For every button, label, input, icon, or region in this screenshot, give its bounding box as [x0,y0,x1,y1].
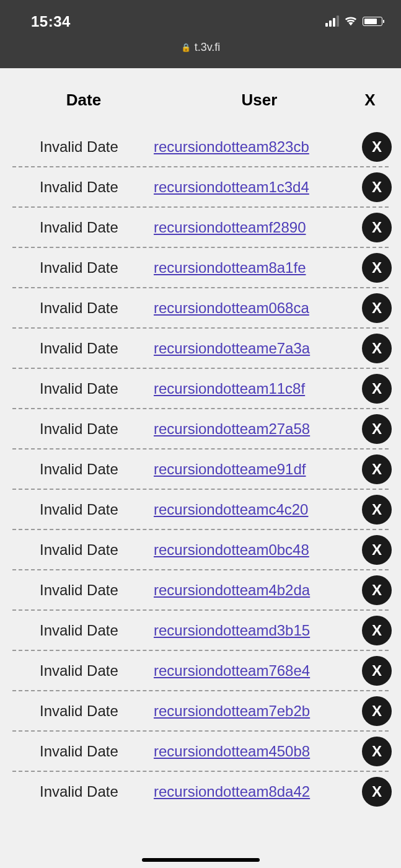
user-link[interactable]: recursiondotteam0bc48 [154,541,309,558]
user-link[interactable]: recursiondotteame7a3a [154,340,310,356]
cell-user: recursiondotteam8da42 [143,783,389,800]
table-row: Invalid Daterecursiondotteamf2890X [12,208,389,248]
url-text: t.3v.fi [195,41,221,54]
cell-date: Invalid Date [12,783,143,800]
cell-date: Invalid Date [12,501,143,518]
table-row: Invalid Daterecursiondotteamd3b15X [12,611,389,651]
cell-user: recursiondotteam823cb [143,138,389,156]
cell-date: Invalid Date [12,219,143,236]
status-bar-top: 15:34 [0,0,401,34]
cell-user: recursiondotteam0bc48 [143,541,389,559]
delete-button[interactable]: X [362,495,392,525]
home-indicator[interactable] [142,858,260,862]
delete-button[interactable]: X [362,374,392,404]
cell-date: Invalid Date [12,743,143,760]
delete-button[interactable]: X [362,172,392,202]
user-link[interactable]: recursiondotteam1c3d4 [154,179,309,195]
cell-date: Invalid Date [12,420,143,438]
cell-user: recursiondotteamf2890 [143,219,389,236]
delete-button[interactable]: X [362,414,392,444]
wifi-icon [344,15,358,29]
user-link[interactable]: recursiondotteam4b2da [154,582,310,598]
cell-user: recursiondotteam8a1fe [143,259,389,277]
cell-date: Invalid Date [12,259,143,277]
delete-button[interactable]: X [362,293,392,323]
table-body: Invalid Daterecursiondotteam823cbXInvali… [12,127,389,811]
user-link[interactable]: recursiondotteam11c8f [154,380,305,397]
delete-button[interactable]: X [362,616,392,645]
delete-button[interactable]: X [362,334,392,363]
table-row: Invalid Daterecursiondotteam4b2daX [12,570,389,611]
cell-action: X [362,777,392,807]
cell-date: Invalid Date [12,299,143,317]
table-row: Invalid Daterecursiondotteam068caX [12,288,389,329]
cell-date: Invalid Date [12,702,143,720]
delete-button[interactable]: X [362,696,392,726]
cell-date: Invalid Date [12,340,143,357]
delete-button[interactable]: X [362,132,392,162]
table-row: Invalid Daterecursiondotteam11c8fX [12,369,389,409]
user-link[interactable]: recursiondotteam068ca [154,299,309,316]
cell-user: recursiondotteam7eb2b [143,702,389,720]
cell-date: Invalid Date [12,138,143,156]
cell-action: X [362,454,392,484]
table-row: Invalid Daterecursiondotteame91dfX [12,450,389,490]
cell-date: Invalid Date [12,179,143,196]
user-link[interactable]: recursiondotteam7eb2b [154,702,310,719]
cell-action: X [362,374,392,404]
header-date: Date [12,91,155,110]
cell-user: recursiondotteam4b2da [143,582,389,599]
user-link[interactable]: recursiondotteamd3b15 [154,622,310,639]
table-row: Invalid Daterecursiondotteam823cbX [12,127,389,167]
delete-button[interactable]: X [362,737,392,766]
delete-button[interactable]: X [362,454,392,484]
cell-action: X [362,616,392,645]
cell-user: recursiondotteamc4c20 [143,501,389,518]
user-link[interactable]: recursiondotteame91df [154,461,306,477]
user-link[interactable]: recursiondotteam450b8 [154,743,310,760]
table-header: Date User X [12,68,389,127]
cellular-signal-icon [325,17,339,27]
battery-icon [363,17,382,26]
cell-date: Invalid Date [12,662,143,680]
user-link[interactable]: recursiondotteam8da42 [154,783,310,800]
cell-user: recursiondotteam1c3d4 [143,179,389,196]
cell-user: recursiondotteame7a3a [143,340,389,357]
table-row: Invalid Daterecursiondotteam7eb2bX [12,691,389,732]
data-table: Date User X Invalid Daterecursiondotteam… [12,68,389,811]
cell-date: Invalid Date [12,582,143,599]
delete-button[interactable]: X [362,253,392,283]
cell-action: X [362,495,392,525]
lock-icon: 🔒 [181,43,191,52]
delete-button[interactable]: X [362,777,392,807]
cell-action: X [362,414,392,444]
cell-date: Invalid Date [12,461,143,478]
table-row: Invalid Daterecursiondotteam768e4X [12,651,389,691]
cell-action: X [362,172,392,202]
delete-button[interactable]: X [362,656,392,686]
cell-action: X [362,737,392,766]
cell-user: recursiondotteam450b8 [143,743,389,760]
cell-user: recursiondotteame91df [143,461,389,478]
user-link[interactable]: recursiondotteam768e4 [154,662,310,679]
user-link[interactable]: recursiondotteamf2890 [154,219,306,236]
status-icons [325,15,382,29]
delete-button[interactable]: X [362,213,392,242]
status-bar: 15:34 🔒 t.3v.fi [0,0,401,68]
cell-user: recursiondotteamd3b15 [143,622,389,639]
user-link[interactable]: recursiondotteam823cb [154,138,309,155]
cell-user: recursiondotteam27a58 [143,420,389,438]
delete-button[interactable]: X [362,575,392,605]
cell-action: X [362,575,392,605]
browser-url-bar[interactable]: 🔒 t.3v.fi [0,34,401,68]
user-link[interactable]: recursiondotteam8a1fe [154,259,306,276]
page-content: Date User X Invalid Daterecursiondotteam… [0,68,401,811]
cell-action: X [362,213,392,242]
delete-button[interactable]: X [362,535,392,565]
cell-user: recursiondotteam11c8f [143,380,389,397]
cell-action: X [362,535,392,565]
cell-action: X [362,656,392,686]
cell-date: Invalid Date [12,541,143,559]
user-link[interactable]: recursiondotteam27a58 [154,420,310,437]
user-link[interactable]: recursiondotteamc4c20 [154,501,308,518]
